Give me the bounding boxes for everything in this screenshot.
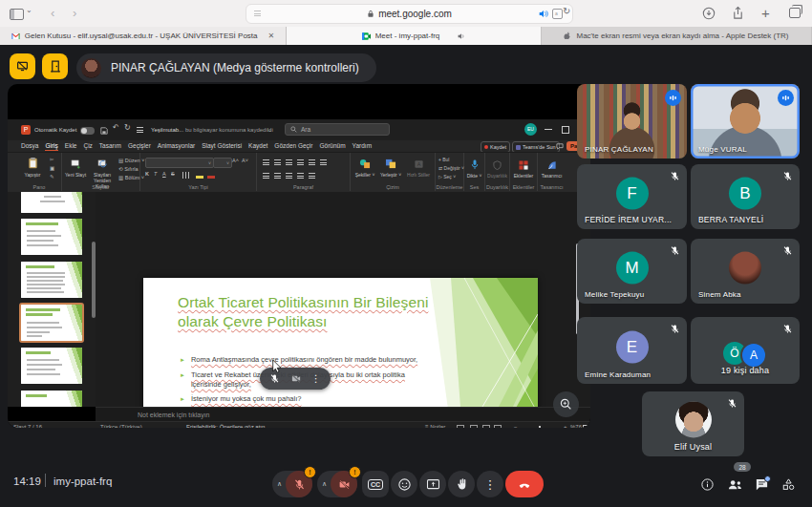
more-options-button[interactable]: ⋮ <box>477 471 503 497</box>
slide-canvas[interactable]: Ortak Ticaret Politikasının Bir Bileşeni… <box>143 278 538 407</box>
redo-icon[interactable]: ↻ <box>124 123 131 132</box>
align-left-icon[interactable] <box>263 173 269 179</box>
cam-options-chevron[interactable]: ∧ <box>322 480 327 488</box>
slide-thumbnail-panel[interactable]: 4 5 6 <box>8 192 96 407</box>
line-spacing-icon[interactable] <box>309 159 315 165</box>
font-color-button[interactable] <box>207 171 215 179</box>
quick-access-icon[interactable] <box>137 127 143 133</box>
reactions-button[interactable] <box>391 471 417 497</box>
end-call-button[interactable] <box>505 471 544 497</box>
undo-icon[interactable]: ↶ <box>113 123 119 132</box>
autosave-toggle[interactable] <box>80 127 95 135</box>
activities-button[interactable] <box>781 477 796 492</box>
captions-button[interactable]: CC <box>362 471 389 497</box>
dictate-button[interactable]: Dikte ˅ <box>466 157 482 180</box>
mic-options-chevron[interactable]: ∧ <box>277 480 282 488</box>
thumb-slide-4[interactable]: 4 <box>21 192 82 213</box>
reading-view-icon[interactable] <box>482 425 490 429</box>
share-icon[interactable] <box>732 6 744 20</box>
camera-off-icon[interactable] <box>290 373 302 384</box>
address-bar[interactable]: meet.google.com a ↻ <box>246 4 573 24</box>
account-avatar[interactable]: EU <box>524 123 537 136</box>
room-lock-button[interactable] <box>42 53 68 79</box>
character-spacing-icon[interactable] <box>182 172 191 179</box>
thumb-slide-6[interactable]: 6 <box>21 262 82 298</box>
language-status[interactable]: Türkçe (Türkiye) <box>100 424 142 428</box>
shared-screen[interactable]: P Otomatik Kaydet ↶ ↻ Yeşilmutab... bu b… <box>8 84 590 428</box>
participant-tile-overflow[interactable]: Ö A 19 kişi daha <box>691 317 800 384</box>
maximize-button[interactable] <box>562 126 569 134</box>
indent-decrease-icon[interactable] <box>286 159 292 165</box>
font-family-select[interactable]: ˅ <box>145 158 214 168</box>
menu-gozden-gecir[interactable]: Gözden Geçir <box>274 142 312 151</box>
menu-tasarim[interactable]: Tasarım <box>99 142 121 151</box>
cut-icon[interactable]: ✂ <box>50 157 54 162</box>
sorter-view-icon[interactable] <box>470 425 478 429</box>
thumb-slide-7-selected[interactable]: 7 <box>21 305 82 341</box>
tab-apple-support[interactable]: Mac'te ekran resmi veya ekran kaydı alma… <box>542 27 812 45</box>
addins-button[interactable]: Eklentiler <box>513 157 534 180</box>
numbered-list-icon[interactable] <box>274 159 281 165</box>
columns-icon[interactable] <box>309 173 315 179</box>
find-button[interactable]: ⌖ Bul <box>438 157 449 163</box>
zoom-in-icon[interactable]: + <box>564 424 567 428</box>
participant-tile-self[interactable]: Elif Uysal <box>642 391 744 456</box>
comments-icon[interactable] <box>556 143 564 150</box>
copy-icon[interactable]: ▣ <box>50 165 54 171</box>
participant-tile-emine[interactable]: E Emine Karaduman <box>577 317 687 384</box>
participant-tile-feride[interactable]: F FERİDE İREM UYAR... <box>577 164 687 229</box>
bullet-list-icon[interactable] <box>263 159 269 165</box>
search-box[interactable]: Ara <box>285 123 390 136</box>
underline-button[interactable]: A <box>162 171 166 177</box>
quick-styles-button[interactable]: A Hızlı Stiller <box>405 156 432 179</box>
menu-dosya[interactable]: Dosya <box>21 142 38 151</box>
minimize-button[interactable] <box>545 129 552 130</box>
fit-to-window-icon[interactable] <box>583 425 589 429</box>
back-button[interactable]: ‹ <box>51 0 54 27</box>
justify-icon[interactable] <box>297 173 304 179</box>
share-zoom-button[interactable] <box>553 391 579 417</box>
paste-button[interactable]: Yapıştır <box>21 156 44 179</box>
tab-audio-icon[interactable] <box>539 10 548 18</box>
thumbnail-scrollbar[interactable] <box>92 242 96 318</box>
font-size-select[interactable]: ˅ <box>213 158 232 168</box>
mic-warning-badge[interactable]: ! <box>304 466 316 478</box>
info-button[interactable] <box>700 477 715 492</box>
normal-view-icon[interactable] <box>457 425 464 429</box>
thumb-slide-9[interactable]: 9 <box>21 391 82 407</box>
designer-button[interactable]: Tasarımcı <box>541 157 563 180</box>
participant-tile-muge[interactable]: Müge VURAL <box>691 84 800 158</box>
strikethrough-button[interactable]: S <box>171 171 175 177</box>
thumb-slide-5[interactable]: 5 <box>21 219 82 255</box>
sensitivity-button[interactable]: Duyarlılık <box>487 157 507 180</box>
mic-off-icon[interactable] <box>269 373 280 384</box>
sidebar-chevron-icon[interactable]: ⌄ <box>26 0 32 24</box>
people-button[interactable] <box>727 477 743 492</box>
present-button[interactable] <box>419 471 446 497</box>
raise-hand-button[interactable] <box>448 471 475 497</box>
slideshow-view-icon[interactable] <box>494 425 502 429</box>
highlight-color-button[interactable] <box>196 171 203 179</box>
new-slide-button[interactable]: Yeni Slayt <box>64 156 87 179</box>
media-lock-button[interactable] <box>10 53 35 79</box>
select-button[interactable]: ▷ Seç ˅ <box>438 174 456 180</box>
tab-overview-icon[interactable] <box>789 8 801 18</box>
chat-button[interactable] <box>755 477 769 492</box>
zoom-percent[interactable]: %76 <box>570 424 582 428</box>
translate-icon[interactable]: a <box>552 9 563 19</box>
italic-button[interactable]: T <box>154 171 157 177</box>
accessibility-status[interactable]: Erişilebilirlik: Önerilere göz atın <box>186 424 265 428</box>
downloads-icon[interactable] <box>702 7 716 20</box>
tab-speaker-icon[interactable] <box>458 32 465 40</box>
menu-ciz[interactable]: Çiz <box>83 142 92 151</box>
notes-toggle[interactable]: ≡ Notlar <box>425 424 445 428</box>
slide-title[interactable]: Ortak Ticaret Politikasının Bir Bileşeni… <box>178 293 447 331</box>
menu-ekle[interactable]: Ekle <box>65 142 77 151</box>
save-icon[interactable] <box>100 127 108 135</box>
menu-kaydet[interactable]: Kaydet <box>248 142 267 151</box>
menu-gecisler[interactable]: Geçişler <box>128 142 151 151</box>
tab-meet[interactable]: Meet - imy-ppat-frq <box>287 27 542 45</box>
participant-tile-melike[interactable]: M Melike Tepekuyu <box>577 239 687 304</box>
drag-handle-icon[interactable]: ⋮ <box>311 373 321 384</box>
reader-icon[interactable] <box>254 11 261 16</box>
